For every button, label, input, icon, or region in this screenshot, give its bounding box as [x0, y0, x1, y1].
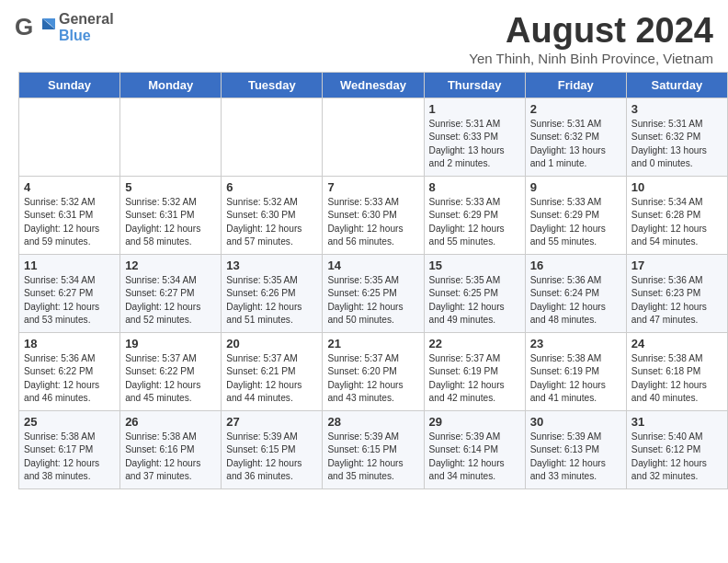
calendar-cell: 8Sunrise: 5:33 AM Sunset: 6:29 PM Daylig…	[424, 177, 525, 255]
calendar-cell	[222, 98, 323, 177]
day-number: 27	[226, 415, 317, 429]
day-number: 7	[327, 180, 418, 194]
calendar-cell: 5Sunrise: 5:32 AM Sunset: 6:31 PM Daylig…	[120, 177, 222, 255]
day-info: Sunrise: 5:40 AM Sunset: 6:12 PM Dayligh…	[631, 431, 722, 483]
day-info: Sunrise: 5:39 AM Sunset: 6:15 PM Dayligh…	[226, 431, 317, 483]
day-info: Sunrise: 5:35 AM Sunset: 6:25 PM Dayligh…	[429, 274, 520, 327]
header: G General Blue August 2024 Yen Thinh, Ni…	[0, 0, 728, 72]
day-info: Sunrise: 5:38 AM Sunset: 6:16 PM Dayligh…	[125, 431, 216, 483]
calendar-cell: 25Sunrise: 5:38 AM Sunset: 6:17 PM Dayli…	[19, 411, 120, 489]
calendar-cell: 30Sunrise: 5:39 AM Sunset: 6:13 PM Dayli…	[525, 411, 626, 489]
location: Yen Thinh, Ninh Binh Province, Vietnam	[469, 51, 713, 66]
calendar-cell: 31Sunrise: 5:40 AM Sunset: 6:12 PM Dayli…	[626, 411, 727, 489]
month-title: August 2024	[469, 11, 713, 51]
day-info: Sunrise: 5:32 AM Sunset: 6:30 PM Dayligh…	[226, 196, 317, 248]
calendar-cell	[19, 98, 120, 177]
logo-text-block: General Blue	[59, 11, 114, 43]
day-number: 29	[429, 415, 520, 429]
logo-general: General	[59, 11, 114, 28]
day-info: Sunrise: 5:35 AM Sunset: 6:26 PM Dayligh…	[226, 274, 317, 327]
day-number: 1	[429, 102, 520, 116]
day-number: 21	[327, 337, 418, 350]
day-info: Sunrise: 5:31 AM Sunset: 6:33 PM Dayligh…	[429, 118, 520, 170]
day-number: 18	[24, 337, 115, 350]
calendar-week-row: 11Sunrise: 5:34 AM Sunset: 6:27 PM Dayli…	[19, 255, 728, 333]
day-info: Sunrise: 5:39 AM Sunset: 6:13 PM Dayligh…	[530, 431, 621, 483]
day-info: Sunrise: 5:36 AM Sunset: 6:22 PM Dayligh…	[24, 352, 115, 405]
title-block: August 2024 Yen Thinh, Ninh Binh Provinc…	[469, 11, 713, 66]
calendar-cell	[323, 98, 424, 177]
day-number: 26	[125, 415, 216, 429]
day-info: Sunrise: 5:33 AM Sunset: 6:30 PM Dayligh…	[327, 196, 418, 248]
calendar-cell: 11Sunrise: 5:34 AM Sunset: 6:27 PM Dayli…	[19, 255, 120, 333]
calendar-week-row: 25Sunrise: 5:38 AM Sunset: 6:17 PM Dayli…	[19, 411, 728, 489]
day-number: 9	[530, 180, 621, 194]
calendar-cell: 23Sunrise: 5:38 AM Sunset: 6:19 PM Dayli…	[525, 333, 626, 411]
logo-svg: G	[15, 11, 55, 44]
day-number: 14	[327, 259, 418, 272]
calendar-day-header: Sunday	[19, 73, 120, 98]
day-info: Sunrise: 5:34 AM Sunset: 6:28 PM Dayligh…	[631, 196, 722, 248]
day-info: Sunrise: 5:32 AM Sunset: 6:31 PM Dayligh…	[125, 196, 216, 248]
day-number: 15	[429, 259, 520, 272]
day-number: 16	[530, 259, 621, 272]
svg-text:G: G	[15, 13, 33, 40]
day-number: 10	[631, 180, 722, 194]
day-info: Sunrise: 5:37 AM Sunset: 6:20 PM Dayligh…	[327, 352, 418, 405]
calendar-cell: 15Sunrise: 5:35 AM Sunset: 6:25 PM Dayli…	[424, 255, 525, 333]
calendar-cell: 26Sunrise: 5:38 AM Sunset: 6:16 PM Dayli…	[120, 411, 222, 489]
day-info: Sunrise: 5:33 AM Sunset: 6:29 PM Dayligh…	[429, 196, 520, 248]
day-info: Sunrise: 5:39 AM Sunset: 6:15 PM Dayligh…	[327, 431, 418, 483]
day-number: 22	[429, 337, 520, 350]
calendar-cell: 22Sunrise: 5:37 AM Sunset: 6:19 PM Dayli…	[424, 333, 525, 411]
calendar-cell: 20Sunrise: 5:37 AM Sunset: 6:21 PM Dayli…	[222, 333, 323, 411]
calendar-week-row: 18Sunrise: 5:36 AM Sunset: 6:22 PM Dayli…	[19, 333, 728, 411]
calendar-header-row: SundayMondayTuesdayWednesdayThursdayFrid…	[19, 73, 728, 98]
day-number: 12	[125, 259, 216, 272]
calendar-cell: 1Sunrise: 5:31 AM Sunset: 6:33 PM Daylig…	[424, 98, 525, 177]
day-info: Sunrise: 5:37 AM Sunset: 6:22 PM Dayligh…	[125, 352, 216, 405]
day-number: 31	[631, 415, 722, 429]
calendar-cell: 3Sunrise: 5:31 AM Sunset: 6:32 PM Daylig…	[626, 98, 727, 177]
day-info: Sunrise: 5:31 AM Sunset: 6:32 PM Dayligh…	[631, 118, 722, 170]
day-number: 20	[226, 337, 317, 350]
logo-blue: Blue	[59, 28, 114, 44]
calendar-cell: 6Sunrise: 5:32 AM Sunset: 6:30 PM Daylig…	[222, 177, 323, 255]
calendar-week-row: 4Sunrise: 5:32 AM Sunset: 6:31 PM Daylig…	[19, 177, 728, 255]
day-info: Sunrise: 5:34 AM Sunset: 6:27 PM Dayligh…	[24, 274, 115, 327]
day-number: 24	[631, 337, 722, 350]
calendar-cell: 19Sunrise: 5:37 AM Sunset: 6:22 PM Dayli…	[120, 333, 222, 411]
day-number: 28	[327, 415, 418, 429]
day-number: 11	[24, 259, 115, 272]
day-info: Sunrise: 5:37 AM Sunset: 6:21 PM Dayligh…	[226, 352, 317, 405]
day-info: Sunrise: 5:39 AM Sunset: 6:14 PM Dayligh…	[429, 431, 520, 483]
day-number: 6	[226, 180, 317, 194]
calendar-day-header: Saturday	[626, 73, 727, 98]
day-number: 19	[125, 337, 216, 350]
page-container: G General Blue August 2024 Yen Thinh, Ni…	[0, 0, 728, 563]
day-info: Sunrise: 5:38 AM Sunset: 6:18 PM Dayligh…	[631, 352, 722, 405]
day-number: 5	[125, 180, 216, 194]
day-info: Sunrise: 5:38 AM Sunset: 6:19 PM Dayligh…	[530, 352, 621, 405]
calendar-day-header: Monday	[120, 73, 222, 98]
calendar-cell: 21Sunrise: 5:37 AM Sunset: 6:20 PM Dayli…	[323, 333, 424, 411]
calendar-cell: 17Sunrise: 5:36 AM Sunset: 6:23 PM Dayli…	[626, 255, 727, 333]
calendar-cell: 12Sunrise: 5:34 AM Sunset: 6:27 PM Dayli…	[120, 255, 222, 333]
calendar-cell: 4Sunrise: 5:32 AM Sunset: 6:31 PM Daylig…	[19, 177, 120, 255]
logo-icon: G	[15, 11, 55, 44]
calendar-day-header: Thursday	[424, 73, 525, 98]
day-info: Sunrise: 5:35 AM Sunset: 6:25 PM Dayligh…	[327, 274, 418, 327]
calendar-cell: 13Sunrise: 5:35 AM Sunset: 6:26 PM Dayli…	[222, 255, 323, 333]
calendar-table: SundayMondayTuesdayWednesdayThursdayFrid…	[18, 72, 728, 489]
day-number: 13	[226, 259, 317, 272]
calendar-cell: 28Sunrise: 5:39 AM Sunset: 6:15 PM Dayli…	[323, 411, 424, 489]
calendar-cell: 16Sunrise: 5:36 AM Sunset: 6:24 PM Dayli…	[525, 255, 626, 333]
day-number: 3	[631, 102, 722, 116]
calendar-cell	[120, 98, 222, 177]
calendar-cell: 2Sunrise: 5:31 AM Sunset: 6:32 PM Daylig…	[525, 98, 626, 177]
calendar-cell: 9Sunrise: 5:33 AM Sunset: 6:29 PM Daylig…	[525, 177, 626, 255]
logo: G General Blue	[15, 11, 114, 44]
day-info: Sunrise: 5:34 AM Sunset: 6:27 PM Dayligh…	[125, 274, 216, 327]
day-info: Sunrise: 5:37 AM Sunset: 6:19 PM Dayligh…	[429, 352, 520, 405]
day-info: Sunrise: 5:36 AM Sunset: 6:23 PM Dayligh…	[631, 274, 722, 327]
